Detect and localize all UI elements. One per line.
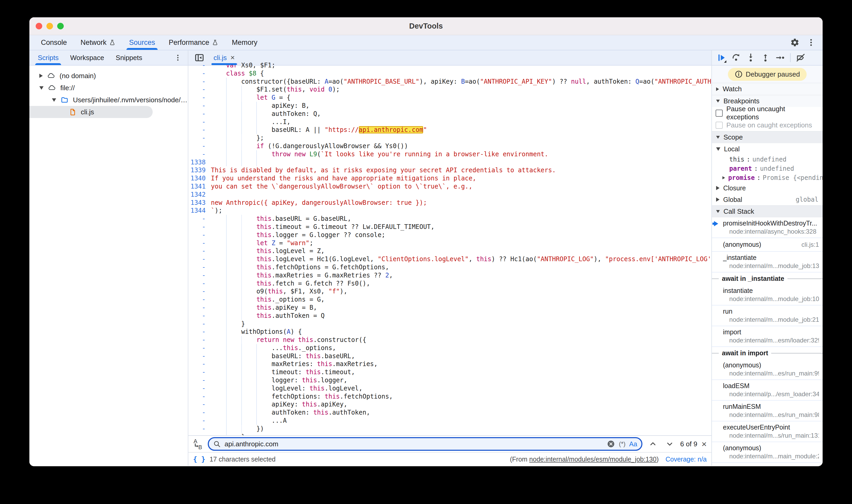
line-number-gutter[interactable]: - [188,263,211,271]
line-number-gutter[interactable]: - [188,409,211,417]
line-number-gutter[interactable]: - [188,223,211,231]
pause-caught-row[interactable]: Pause on caught exceptions [712,119,823,131]
gear-icon[interactable] [788,36,801,49]
coverage-link[interactable]: Coverage: n/a [665,455,707,463]
line-number-gutter[interactable]: - [188,425,211,433]
tab-workspace[interactable]: Workspace [64,50,110,65]
line-number-gutter[interactable]: - [188,320,211,328]
line-number-gutter[interactable]: - [188,231,211,239]
line-number-gutter[interactable]: - [188,78,211,86]
line-number-gutter[interactable]: - [188,118,211,126]
line-number-gutter[interactable]: - [188,344,211,352]
scope-property-promise[interactable]: promise: Promise {<pending>} [712,173,823,182]
line-number-gutter[interactable]: - [188,94,211,102]
tab-console[interactable]: Console [34,35,74,50]
next-match-icon[interactable] [663,438,676,450]
close-window-button[interactable] [36,23,42,29]
section-scope[interactable]: Scope [712,131,823,143]
more-options-icon[interactable] [805,36,817,49]
resume-dropdown-icon[interactable] [724,60,726,63]
tab-memory[interactable]: Memory [225,35,264,50]
chevron-down-icon[interactable] [39,86,43,90]
line-number-gutter[interactable]: - [188,312,211,320]
resume-script-button[interactable] [715,51,728,64]
line-number-gutter[interactable]: - [188,336,211,344]
line-number-gutter[interactable]: 1340 [188,174,211,182]
line-number-gutter[interactable]: - [188,417,211,425]
line-number-gutter[interactable]: - [188,150,211,158]
chevron-right-icon[interactable] [723,176,725,179]
step-into-button[interactable] [744,51,757,64]
step-out-button[interactable] [759,51,772,64]
scope-group-global[interactable]: Globalglobal [712,194,823,205]
line-number-gutter[interactable]: - [188,271,211,280]
previous-match-icon[interactable] [646,438,659,450]
line-number-gutter[interactable]: 1338 [188,158,211,166]
pretty-print-icon[interactable]: { } [193,455,206,463]
tree-item-clijs[interactable]: cli.js [29,106,153,118]
tree-item-file-scheme[interactable]: file:// [29,82,188,94]
minimize-window-button[interactable] [47,23,53,29]
call-stack-frame[interactable]: importnode:internal/m...esm/loader:329 [712,326,823,347]
tree-item-no-domain[interactable]: (no domain) [29,70,188,82]
editor-tab-clijs[interactable]: cli.js × [209,50,239,65]
close-search-icon[interactable]: × [702,439,707,448]
line-number-gutter[interactable]: - [188,239,211,247]
line-number-gutter[interactable]: 1342 [188,191,211,199]
maximize-window-button[interactable] [57,23,64,29]
match-case-toggle[interactable]: Aa [629,440,637,448]
line-number-gutter[interactable]: - [188,400,211,409]
line-number-gutter[interactable]: - [188,70,211,78]
line-number-gutter[interactable]: - [188,102,211,110]
checkbox-icon[interactable] [715,110,723,117]
call-stack-frame[interactable]: (anonymous)cli.js:1 [712,238,823,252]
pause-uncaught-row[interactable]: Pause on uncaught exceptions [712,107,823,119]
tab-performance[interactable]: Performance [162,35,225,50]
tab-scripts[interactable]: Scripts [32,50,64,65]
line-number-gutter[interactable]: - [188,126,211,134]
call-stack-frame[interactable]: _instantiatenode:internal/m...module_job… [712,252,823,272]
line-number-gutter[interactable]: - [188,215,211,223]
call-stack-frame[interactable]: (anonymous)node:internal/m...main_module… [712,442,823,463]
scope-group-closure[interactable]: Closure [712,182,823,194]
line-number-gutter[interactable]: - [188,384,211,393]
regex-toggle[interactable]: (*) [619,440,625,448]
line-number-gutter[interactable]: - [188,134,211,142]
code-editor[interactable]: - var Xs0, $F1;- class $8 {- constructor… [188,61,711,435]
tab-snippets[interactable]: Snippets [110,50,148,65]
line-number-gutter[interactable]: - [188,433,211,435]
step-over-button[interactable] [730,51,742,64]
line-number-gutter[interactable]: 1341 [188,182,211,191]
line-number-gutter[interactable]: - [188,110,211,118]
line-number-gutter[interactable]: - [188,328,211,336]
replace-toggle-icon[interactable]: AB [193,438,203,450]
line-number-gutter[interactable]: - [188,280,211,288]
line-number-gutter[interactable]: 1343 [188,199,211,207]
line-number-gutter[interactable]: - [188,86,211,94]
line-number-gutter[interactable]: - [188,376,211,384]
section-watch[interactable]: Watch [712,83,823,95]
source-origin-link[interactable]: node:internal/modules/esm/module_job:130 [529,455,657,463]
line-number-gutter[interactable]: - [188,393,211,401]
navigator-more-icon[interactable] [172,51,184,64]
call-stack-frame[interactable]: runnode:internal/m...module_job:214 [712,306,823,326]
call-stack-frame[interactable]: (anonymous)node:internal/m...es/run_main… [712,359,823,380]
call-stack-frame[interactable]: promiseInitHookWithDestroyTr...node:inte… [712,217,823,238]
chevron-down-icon[interactable] [52,98,56,102]
call-stack-frame[interactable]: loadESMnode:internal/p.../esm_loader:34 [712,380,823,401]
call-stack-frame[interactable]: instantiatenode:internal/m...module_job:… [712,285,823,306]
call-stack-frame[interactable]: executeUserEntryPointnode:internal/m...s… [712,421,823,442]
chevron-right-icon[interactable] [39,74,43,78]
line-number-gutter[interactable]: - [188,247,211,255]
clear-search-icon[interactable] [607,440,615,448]
tab-sources[interactable]: Sources [122,35,162,50]
line-number-gutter[interactable]: - [188,255,211,263]
line-number-gutter[interactable]: - [188,295,211,304]
line-number-gutter[interactable]: - [188,304,211,312]
line-number-gutter[interactable]: - [188,61,211,70]
line-number-gutter[interactable]: - [188,287,211,295]
step-button[interactable] [774,51,786,64]
line-number-gutter[interactable]: 1339 [188,166,211,174]
tree-item-folder[interactable]: Users/jinhuilee/.nvm/versions/node/v2... [29,94,188,106]
line-number-gutter[interactable]: - [188,360,211,368]
